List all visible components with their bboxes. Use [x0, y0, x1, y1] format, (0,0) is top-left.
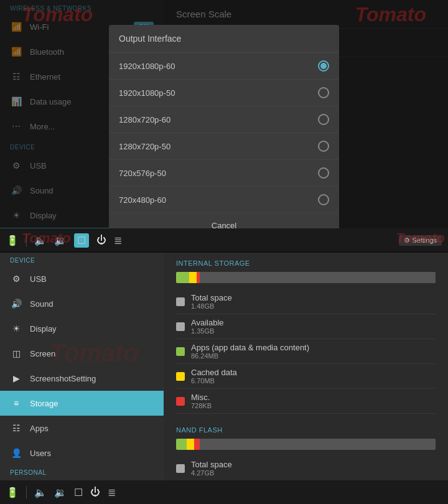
usb-icon-bottom: ⚙ [10, 273, 22, 285]
storage-value-apps: 86.24MB [191, 352, 436, 360]
sound-icon-bottom: 🔊 [10, 297, 22, 310]
radio-1[interactable] [318, 87, 329, 98]
dialog-option-label-4: 720x576p-50 [119, 169, 166, 178]
screenshot-label-bottom: ScreenshotSetting [30, 374, 96, 383]
sound-label-bottom: Sound [30, 299, 54, 309]
nand-flash-section: NAND FLASH Total space 4.27GB [164, 419, 448, 486]
battery-icon-bottom: 🔋 [6, 487, 19, 498]
nand-storage-name-total: Total space [191, 460, 436, 469]
nand-flash-title: NAND FLASH [176, 426, 436, 434]
bar-cached [189, 272, 197, 283]
dialog-option-5[interactable]: 720x480p-60 [109, 187, 339, 213]
usb-label-bottom: USB [30, 274, 47, 284]
storage-label-bottom: Storage [30, 399, 58, 408]
storage-row-available: Available 1.35GB [176, 314, 436, 339]
bottom-sidebar: DEVICE ⚙ USB 🔊 Sound ☀ Display ◫ Screen … [0, 252, 164, 504]
internal-storage-section: INTERNAL STORAGE Total space 1.48GB Avai… [164, 252, 448, 419]
sidebar-item-apps[interactable]: ☷ Apps [0, 416, 164, 441]
screen-label-bottom: Screen [30, 349, 55, 358]
menu-icon-bottom[interactable]: ≣ [108, 487, 116, 498]
screen-icon-side-bottom: ◫ [10, 347, 22, 360]
nand-bar-cached [187, 439, 195, 450]
sidebar-item-usb-bottom[interactable]: ⚙ USB [0, 266, 164, 291]
storage-value-misc: 728KB [191, 402, 436, 409]
battery-icon-top: 🔋 [6, 235, 19, 246]
sidebar-item-storage-bottom[interactable]: ≡ Storage [0, 391, 164, 416]
nand-bar-free [200, 439, 436, 450]
storage-info-apps: Apps (app data & media content) 86.24MB [191, 343, 436, 360]
screen-taskbar-icon-bottom[interactable]: ☐ [74, 487, 83, 498]
top-panel: Tomato Tomato Tomato Tomato WIRELESS & N… [0, 0, 448, 252]
sidebar-item-screenshot-bottom[interactable]: ▶ ScreenshotSetting [0, 366, 164, 391]
storage-name-available: Available [191, 318, 436, 327]
storage-row-total: Total space 1.48GB [176, 289, 436, 314]
storage-info-total: Total space 1.48GB [191, 293, 436, 310]
section-device-bottom: DEVICE [0, 252, 164, 266]
screenshot-icon-bottom: ▶ [10, 372, 22, 385]
apps-label: Apps [30, 424, 49, 433]
users-icon: 👤 [10, 447, 22, 459]
apps-icon: ☷ [10, 422, 22, 434]
storage-info-available: Available 1.35GB [191, 318, 436, 335]
taskbar-top: 🔋 🔈 🔉 ☐ ⏻ ≣ ⚙ Settings [0, 228, 448, 252]
volume-up-icon-top[interactable]: 🔉 [54, 235, 67, 246]
storage-info-cached: Cached data 6.70MB [191, 368, 436, 385]
power-icon-bottom[interactable]: ⏻ [90, 487, 100, 498]
nand-color-total [176, 464, 185, 473]
storage-value-cached: 6.70MB [191, 377, 436, 385]
dialog-option-4[interactable]: 720x576p-50 [109, 160, 339, 187]
nand-bar-apps [176, 439, 187, 450]
sidebar-item-users[interactable]: 👤 Users [0, 441, 164, 465]
internal-storage-title: INTERNAL STORAGE [176, 259, 436, 267]
storage-row-apps: Apps (app data & media content) 86.24MB [176, 339, 436, 364]
menu-icon-top[interactable]: ≣ [114, 235, 122, 246]
taskbar-bottom: 🔋 🔈 🔉 ☐ ⏻ ≣ [0, 480, 448, 504]
radio-5[interactable] [318, 194, 329, 205]
nand-storage-info-total: Total space 4.27GB [191, 460, 436, 477]
nand-storage-bar [176, 439, 436, 450]
dialog-option-label-1: 1920x1080p-50 [119, 88, 175, 98]
power-icon-top[interactable]: ⏻ [96, 235, 106, 246]
dialog-option-2[interactable]: 1280x720p-60 [109, 106, 339, 133]
storage-row-misc: Misc. 728KB [176, 389, 436, 414]
bar-free [200, 272, 436, 283]
volume-down-icon-top[interactable]: 🔈 [34, 235, 47, 246]
nand-storage-value-total: 4.27GB [191, 469, 436, 477]
storage-name-apps: Apps (app data & media content) [191, 343, 436, 352]
bottom-panel: Tomato DEVICE ⚙ USB 🔊 Sound ☀ Display ◫ … [0, 252, 448, 504]
color-available [176, 322, 185, 331]
volume-up-icon-bottom[interactable]: 🔉 [54, 487, 67, 498]
section-personal: PERSONAL [0, 465, 164, 478]
screen-taskbar-icon-top[interactable]: ☐ [74, 233, 89, 248]
dialog-title: Output Interface [109, 25, 339, 53]
dialog-option-3[interactable]: 1280x720p-50 [109, 133, 339, 160]
settings-button-top[interactable]: ⚙ Settings [399, 235, 442, 246]
storage-info-misc: Misc. 728KB [191, 393, 436, 409]
storage-name-total: Total space [191, 293, 436, 302]
panel-divider [0, 251, 448, 253]
color-cached [176, 372, 185, 381]
radio-0[interactable] [318, 60, 329, 72]
dialog-option-label-5: 720x480p-60 [119, 195, 166, 205]
display-label-bottom: Display [30, 324, 57, 334]
output-interface-dialog: Output Interface 1920x1080p-60 1920x1080… [109, 25, 339, 238]
divider-bottom-1 [26, 486, 27, 498]
radio-4[interactable] [318, 167, 329, 179]
internal-storage-bar [176, 272, 436, 283]
sidebar-item-sound-bottom[interactable]: 🔊 Sound [0, 291, 164, 316]
sidebar-item-display-bottom[interactable]: ☀ Display [0, 316, 164, 341]
storage-icon-bottom: ≡ [10, 397, 22, 409]
divider-1 [26, 234, 27, 246]
bar-apps [176, 272, 189, 283]
radio-3[interactable] [318, 141, 329, 152]
nand-storage-row-total: Total space 4.27GB [176, 456, 436, 481]
dialog-option-label-2: 1280x720p-60 [119, 115, 170, 124]
sidebar-item-screen-bottom[interactable]: ◫ Screen [0, 341, 164, 366]
users-label: Users [30, 449, 51, 458]
dialog-option-0[interactable]: 1920x1080p-60 [109, 53, 339, 80]
volume-down-icon-bottom[interactable]: 🔈 [34, 487, 47, 498]
storage-value-total: 1.48GB [191, 302, 436, 310]
display-icon-bottom: ☀ [10, 322, 22, 335]
dialog-option-1[interactable]: 1920x1080p-50 [109, 80, 339, 106]
radio-2[interactable] [318, 114, 329, 125]
